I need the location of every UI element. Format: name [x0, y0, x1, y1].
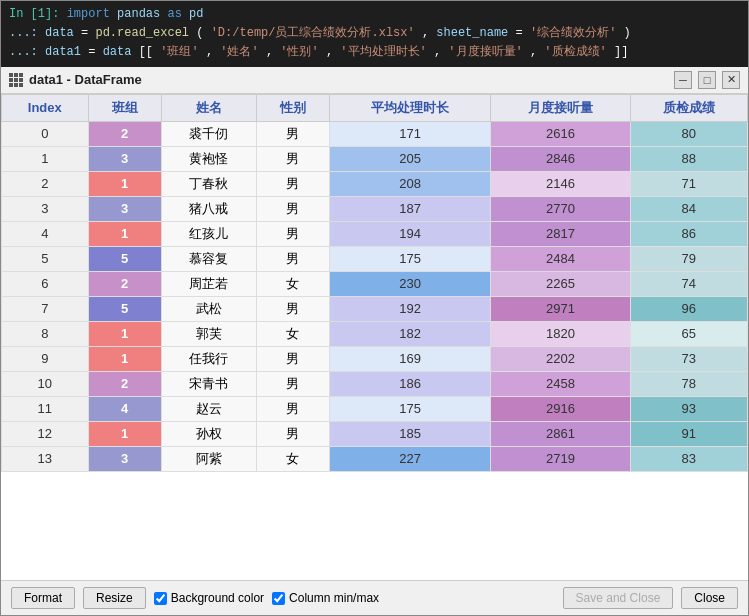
- cell-bz: 1: [88, 421, 161, 446]
- table-row: 02裘千仞男171261680: [2, 121, 748, 146]
- table-row: 13黄袍怪男205284688: [2, 146, 748, 171]
- cell-avg: 205: [329, 146, 490, 171]
- table-row: 91任我行男169220273: [2, 346, 748, 371]
- cell-score: 83: [630, 446, 747, 471]
- dataframe-table-container[interactable]: Index 班组 姓名 性别 平均处理时长 月度接听量 质检成绩 02裘千仞男1…: [1, 94, 748, 580]
- cell-sex: 男: [256, 346, 329, 371]
- cell-avg: 182: [329, 321, 490, 346]
- cell-bz: 1: [88, 221, 161, 246]
- cell-avg: 192: [329, 296, 490, 321]
- cell-avg: 186: [329, 371, 490, 396]
- dataframe-icon: [9, 73, 23, 87]
- resize-button[interactable]: Resize: [83, 587, 146, 609]
- col-bz: 班组: [88, 94, 161, 121]
- cell-avg: 227: [329, 446, 490, 471]
- cell-index: 13: [2, 446, 89, 471]
- cell-avg: 230: [329, 271, 490, 296]
- cell-name: 红孩儿: [161, 221, 256, 246]
- cell-sex: 男: [256, 296, 329, 321]
- cell-sex: 女: [256, 321, 329, 346]
- cell-sex: 男: [256, 371, 329, 396]
- save-close-button[interactable]: Save and Close: [563, 587, 674, 609]
- table-row: 55慕容复男175248479: [2, 246, 748, 271]
- cell-score: 93: [630, 396, 747, 421]
- cell-index: 7: [2, 296, 89, 321]
- col-sex: 性别: [256, 94, 329, 121]
- cell-name: 慕容复: [161, 246, 256, 271]
- cell-name: 丁春秋: [161, 171, 256, 196]
- cell-monthly: 2861: [491, 421, 630, 446]
- cell-score: 80: [630, 121, 747, 146]
- footer-bar: Format Resize Background color Column mi…: [1, 580, 748, 615]
- cell-sex: 男: [256, 221, 329, 246]
- table-row: 62周芷若女230226574: [2, 271, 748, 296]
- cell-score: 96: [630, 296, 747, 321]
- cell-name: 周芷若: [161, 271, 256, 296]
- cell-score: 71: [630, 171, 747, 196]
- close-window-button[interactable]: ✕: [722, 71, 740, 89]
- cell-index: 0: [2, 121, 89, 146]
- cell-index: 5: [2, 246, 89, 271]
- col-index: Index: [2, 94, 89, 121]
- cell-name: 阿紫: [161, 446, 256, 471]
- col-minmax-checkbox-label[interactable]: Column min/max: [272, 591, 379, 605]
- cell-score: 86: [630, 221, 747, 246]
- cell-sex: 男: [256, 421, 329, 446]
- cell-monthly: 2971: [491, 296, 630, 321]
- bg-color-label: Background color: [171, 591, 264, 605]
- cell-name: 黄袍怪: [161, 146, 256, 171]
- cell-avg: 187: [329, 196, 490, 221]
- table-row: 75武松男192297196: [2, 296, 748, 321]
- cell-avg: 175: [329, 246, 490, 271]
- maximize-button[interactable]: □: [698, 71, 716, 89]
- cell-index: 8: [2, 321, 89, 346]
- col-minmax-label: Column min/max: [289, 591, 379, 605]
- cell-bz: 3: [88, 196, 161, 221]
- cell-score: 65: [630, 321, 747, 346]
- minimize-button[interactable]: ─: [674, 71, 692, 89]
- cell-bz: 1: [88, 321, 161, 346]
- col-minmax-checkbox[interactable]: [272, 592, 285, 605]
- cell-avg: 194: [329, 221, 490, 246]
- bg-color-checkbox-label[interactable]: Background color: [154, 591, 264, 605]
- cell-index: 10: [2, 371, 89, 396]
- cell-monthly: 2265: [491, 271, 630, 296]
- cell-score: 88: [630, 146, 747, 171]
- table-row: 81郭芙女182182065: [2, 321, 748, 346]
- table-row: 133阿紫女227271983: [2, 446, 748, 471]
- cell-monthly: 2719: [491, 446, 630, 471]
- table-row: 21丁春秋男208214671: [2, 171, 748, 196]
- cell-monthly: 2202: [491, 346, 630, 371]
- cell-monthly: 1820: [491, 321, 630, 346]
- cell-sex: 女: [256, 271, 329, 296]
- cell-avg: 169: [329, 346, 490, 371]
- cell-avg: 185: [329, 421, 490, 446]
- cell-score: 84: [630, 196, 747, 221]
- cell-index: 1: [2, 146, 89, 171]
- code-line1: In [1]: import pandas as pd: [9, 5, 740, 24]
- cell-name: 孙权: [161, 421, 256, 446]
- cell-name: 任我行: [161, 346, 256, 371]
- code-bar: In [1]: import pandas as pd ...: data = …: [1, 1, 748, 67]
- bg-color-checkbox[interactable]: [154, 592, 167, 605]
- format-button[interactable]: Format: [11, 587, 75, 609]
- cell-score: 73: [630, 346, 747, 371]
- cell-monthly: 2484: [491, 246, 630, 271]
- table-row: 33猪八戒男187277084: [2, 196, 748, 221]
- table-row: 114赵云男175291693: [2, 396, 748, 421]
- cell-bz: 5: [88, 296, 161, 321]
- cell-avg: 175: [329, 396, 490, 421]
- cell-sex: 男: [256, 171, 329, 196]
- title-bar: data1 - DataFrame ─ □ ✕: [1, 67, 748, 94]
- cell-monthly: 2817: [491, 221, 630, 246]
- close-button[interactable]: Close: [681, 587, 738, 609]
- cell-name: 郭芙: [161, 321, 256, 346]
- cell-sex: 男: [256, 396, 329, 421]
- col-monthly: 月度接听量: [491, 94, 630, 121]
- code-line3: ...: data1 = data [[ '班组' , '姓名' , '性别' …: [9, 43, 740, 62]
- cell-bz: 5: [88, 246, 161, 271]
- table-row: 102宋青书男186245878: [2, 371, 748, 396]
- cell-sex: 男: [256, 146, 329, 171]
- cell-bz: 2: [88, 271, 161, 296]
- col-avg: 平均处理时长: [329, 94, 490, 121]
